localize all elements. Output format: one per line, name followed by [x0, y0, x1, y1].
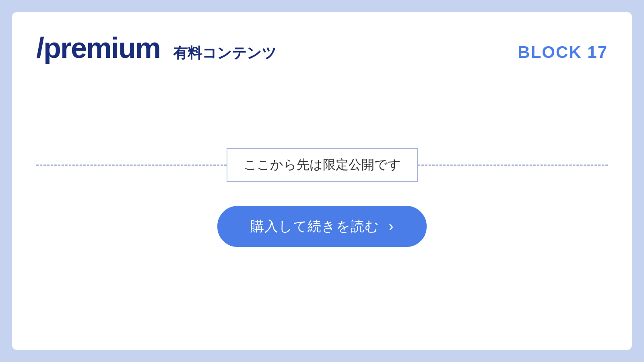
left-dashed-line	[36, 165, 227, 166]
purchase-button-label: 購入して続きを読む	[250, 217, 379, 236]
chevron-right-icon: ›	[389, 218, 394, 235]
main-content: ここから先は限定公開です 購入して続きを読む ›	[36, 64, 608, 331]
subtitle: 有料コンテンツ	[173, 43, 277, 63]
restricted-badge: ここから先は限定公開です	[227, 148, 418, 182]
block-label: BLOCK 17	[518, 43, 608, 62]
header: /premium 有料コンテンツ BLOCK 17	[36, 31, 608, 64]
right-dashed-line	[418, 165, 608, 166]
header-left: /premium 有料コンテンツ	[36, 31, 277, 64]
logo: /premium	[36, 31, 160, 64]
purchase-button[interactable]: 購入して続きを読む ›	[217, 206, 427, 247]
main-card: /premium 有料コンテンツ BLOCK 17 ここから先は限定公開です 購…	[12, 12, 632, 350]
divider-row: ここから先は限定公開です	[36, 148, 608, 182]
